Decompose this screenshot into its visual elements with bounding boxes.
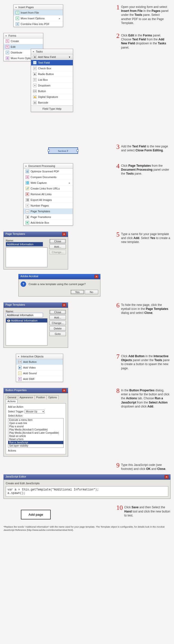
edit-icon: ✎ [6, 45, 9, 48]
change-button: Change... [49, 250, 66, 254]
action-label: Select Action: [8, 414, 23, 417]
goto-button[interactable]: Goto [49, 332, 66, 336]
field-listbox[interactable]: ☰List Box [31, 77, 73, 83]
label: Add Video [23, 366, 36, 369]
list-item[interactable]: Read an article [8, 434, 63, 438]
io-add-button[interactable]: OKAdd Button [16, 359, 63, 365]
list-item[interactable]: Run a JavaScript [8, 441, 63, 444]
list-item[interactable]: Open a web link [8, 422, 63, 425]
name-label: Name: [6, 310, 14, 313]
dp-page-templates[interactable]: ▭Page Templates [24, 208, 73, 214]
list-item[interactable]: Play a sound [8, 425, 63, 428]
dp-web[interactable]: 🌐Web Capture▸ [24, 180, 73, 186]
add-new-field[interactable]: ▦Add New Field▾ [31, 54, 73, 60]
step-text: Type this JavaScript code (see footnote)… [121, 462, 170, 471]
change-button[interactable]: Change... [49, 321, 66, 325]
tab-general[interactable]: General [6, 395, 18, 399]
close-button[interactable]: Close [49, 310, 66, 314]
text-field-placeholder[interactable]: Section F [48, 148, 78, 154]
tab-appearance[interactable]: Appearance [18, 395, 35, 399]
video-icon: ▶ [18, 366, 22, 369]
field-radio[interactable]: ◉Radio Button [31, 71, 73, 77]
list-item[interactable]: Play Media (Acrobat 6 and Later Compatib… [8, 431, 63, 434]
panel-title: Interactive Objects [16, 354, 63, 359]
add-button[interactable]: Add... [49, 315, 66, 320]
dp-compare[interactable]: ⧉Compare Documents [24, 174, 73, 180]
step-number: 7 [116, 354, 120, 370]
eyeball-icon[interactable] [7, 320, 11, 322]
label: Compare Documents [31, 176, 56, 178]
swf-icon: ✦ [18, 377, 22, 381]
step-text: To hide the new page, click the eyeball … [121, 302, 170, 315]
dp-remove-links[interactable]: ✖Remove All Links [24, 192, 73, 197]
name-label: Name: [6, 239, 14, 242]
number-icon: # [26, 204, 29, 207]
label: Create [11, 40, 19, 42]
step-number: 1 [116, 4, 120, 25]
checkbox-icon: ☑ [33, 67, 37, 70]
io-add-sound[interactable]: ♪Add Sound [16, 370, 63, 376]
template-name-input[interactable] [6, 242, 43, 246]
add-button[interactable]: Add... [49, 244, 66, 249]
field-button[interactable]: OKButton [31, 88, 73, 94]
label: Edit [11, 45, 15, 48]
field-text[interactable]: ▭Text Field [31, 60, 73, 66]
field-type-help[interactable]: Field Type Help [31, 106, 73, 112]
io-add-swf[interactable]: ✦Add SWF [16, 376, 63, 382]
dp-export-img[interactable]: 🖼Export All Images [24, 197, 73, 203]
dp-optimize[interactable]: ▤Optimize Scanned PDF [24, 169, 73, 174]
radio-icon: ◉ [33, 72, 37, 76]
list-item[interactable]: Reset a form [8, 438, 63, 441]
menu-insert-from-file[interactable]: ⤵Insert from File [14, 10, 63, 16]
list-item[interactable]: Additional Information [6, 318, 47, 322]
action-listbox[interactable]: Execute a menu itemOpen a web linkPlay a… [8, 418, 64, 448]
dp-links[interactable]: 🔗Create Links from URLs [24, 186, 73, 192]
field-signature[interactable]: ✍Digital Signature [31, 94, 73, 100]
io-add-video[interactable]: ▶Add Video [16, 365, 63, 370]
step-text: Type a name for your page template and c… [121, 232, 170, 244]
dp-number[interactable]: #Number Pages [24, 203, 73, 208]
field-checkbox[interactable]: ☑Check Box [31, 66, 73, 71]
field-barcode[interactable]: ▥Barcode [31, 100, 73, 106]
label: Combine Files into PDF [21, 22, 49, 26]
field-dropdown[interactable]: ▾Dropdown [31, 83, 73, 88]
add-page-button[interactable]: Add page [21, 510, 51, 520]
trigger-select[interactable]: Mouse Up [25, 410, 44, 414]
trigger-label: Select Trigger: [8, 410, 24, 413]
menu-more-insert[interactable]: ✶More Insert Options▸ [14, 16, 63, 21]
no-button[interactable]: No [85, 290, 98, 294]
barcode-icon: ▥ [33, 101, 37, 104]
close-icon[interactable]: ✕ [164, 475, 168, 479]
label: Radio Button [38, 72, 54, 76]
list-item[interactable]: Set layer visibility [8, 444, 63, 447]
question-icon: ? [21, 282, 26, 287]
template-list[interactable] [6, 248, 47, 267]
dp-article[interactable]: ✚Add Article Box [24, 220, 73, 226]
list-item[interactable]: Execute a menu item [8, 418, 63, 422]
dialog-title: Button Properties [6, 389, 27, 392]
tab-position[interactable]: Position [35, 395, 47, 399]
delete-button[interactable]: Delete [49, 326, 66, 331]
list-item[interactable]: Show/hide a field [8, 447, 63, 448]
menu-combine[interactable]: ⧉Combine Files into PDF [14, 21, 63, 27]
template-name-input[interactable] [6, 313, 43, 317]
javascript-code[interactable]: var a = this.getTemplate("Additional Inf… [6, 486, 168, 496]
text-field-icon: ▭ [33, 61, 37, 64]
close-icon[interactable]: ✕ [62, 389, 66, 392]
dialog-title: JavaScript Editor [6, 475, 26, 479]
dp-transitions[interactable]: ◨Page Transitions [24, 214, 73, 220]
list-item[interactable]: Play Media (Acrobat 5 Compatible) [8, 428, 63, 431]
close-icon[interactable]: ✕ [95, 275, 99, 278]
confirm-dialog: Adobe Acrobat✕ ? Create a new template u… [18, 274, 101, 296]
panel-title: Forms [4, 33, 43, 38]
tab-options[interactable]: Options [46, 395, 58, 399]
yes-button[interactable]: Yes [71, 290, 84, 294]
step-number: 9 [116, 462, 120, 471]
forms-create[interactable]: ✎Create [4, 38, 43, 44]
close-button[interactable]: Close [49, 239, 66, 244]
label: Remove All Links [31, 193, 51, 196]
close-icon[interactable]: ✕ [62, 303, 66, 307]
tab-actions[interactable]: Actions [6, 399, 17, 403]
template-list[interactable]: Additional Information [6, 318, 47, 346]
close-icon[interactable]: ✕ [62, 232, 66, 236]
